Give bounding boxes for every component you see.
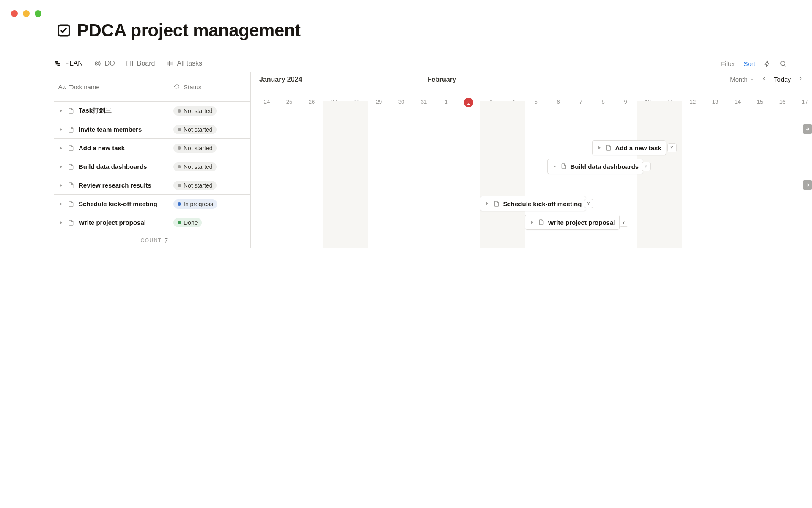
status-text: Not started [184,126,212,133]
today-button[interactable]: Today [774,76,791,83]
task-name: Build data dashboards [79,163,147,170]
timeline-next-button[interactable] [798,76,804,83]
timeline-row [251,120,812,138]
page-icon [538,219,545,226]
table-row[interactable]: Invite team membersNot started [54,120,250,138]
expand-toggle-icon[interactable] [58,164,63,169]
page-title: PDCA project management [57,20,300,41]
filter-button[interactable]: Filter [721,60,735,67]
timeline-scale-dropdown[interactable]: Month [730,76,754,83]
task-name: Add a new task [79,144,125,152]
status-dot-icon [178,146,181,150]
timeline-bar[interactable]: Write project proposal [525,215,620,230]
svg-rect-6 [127,61,133,66]
page-icon [68,108,74,114]
table-row[interactable]: Write project proposalDone [54,213,250,232]
svg-point-15 [175,85,179,89]
status-text: Done [184,219,198,226]
status-badge[interactable]: Done [173,218,202,227]
bar-label: Add a new task [615,144,661,152]
status-badge[interactable]: Not started [173,144,217,153]
task-name: Review research results [79,182,151,189]
timeline-bar[interactable]: Build data dashboards [547,159,644,174]
view-controls: Filter Sort [721,60,787,67]
timeline-rows: Add a new taskYBuild data dashboardsYSch… [251,101,812,232]
table-row[interactable]: Add a new taskNot started [54,138,250,157]
status-column-icon [173,83,180,90]
page-icon [493,200,500,207]
automations-icon[interactable] [764,60,771,67]
column-header-status[interactable]: Status [173,83,202,91]
table-row[interactable]: Task打剑三Not started [54,101,250,120]
view-tabs-bar: PLAN DO Board All tasks Filter Sort [54,55,787,72]
page-icon [68,182,74,189]
minimize-window-icon[interactable] [23,10,30,17]
tab-plan[interactable]: PLAN [54,55,83,72]
svg-point-4 [95,61,100,66]
svg-rect-9 [167,61,173,66]
status-text: Not started [184,163,212,170]
task-rows: Task打剑三Not startedInvite team membersNot… [54,101,250,232]
status-badge[interactable]: Not started [173,125,217,134]
task-list-header: Aa Task name Status [54,72,250,101]
tab-do[interactable]: DO [94,55,115,72]
expand-toggle-icon[interactable] [58,127,63,132]
table-row[interactable]: Build data dashboardsNot started [54,157,250,176]
expand-toggle-icon[interactable] [58,220,63,225]
status-dot-icon [178,165,181,168]
task-name: Write project proposal [79,219,146,226]
tab-all-tasks[interactable]: All tasks [166,55,203,72]
assignee-tag[interactable]: Y [584,199,593,208]
task-name: Invite team members [79,126,142,133]
status-badge[interactable]: Not started [173,181,217,190]
status-badge[interactable]: In progress [173,199,217,209]
timeline-row: Add a new taskY [251,138,812,157]
expand-toggle-icon[interactable] [58,146,63,151]
jump-to-bar-icon[interactable] [803,180,812,190]
expand-toggle-icon[interactable] [552,164,557,169]
page-icon [560,163,567,170]
task-list-panel: Aa Task name Status Task打剑三Not startedIn… [54,72,251,248]
timeline-bar[interactable]: Add a new task [592,140,666,155]
jump-to-bar-icon[interactable] [803,124,812,134]
expand-toggle-icon[interactable] [485,201,490,206]
expand-toggle-icon[interactable] [529,220,535,225]
svg-rect-2 [56,63,60,64]
maximize-window-icon[interactable] [35,10,41,17]
assignee-tag[interactable]: Y [619,218,628,227]
expand-toggle-icon[interactable] [597,145,602,150]
timeline-board: Aa Task name Status Task打剑三Not startedIn… [54,72,812,248]
expand-toggle-icon[interactable] [58,202,63,207]
column-header-label: Status [184,83,202,91]
close-window-icon[interactable] [11,10,18,17]
status-dot-icon [178,202,181,206]
column-header-taskname[interactable]: Aa Task name [58,83,173,91]
search-icon[interactable] [779,60,787,67]
expand-toggle-icon[interactable] [58,108,63,113]
tab-label: All tasks [177,60,203,67]
column-header-label: Task name [69,83,100,91]
assignee-tag[interactable]: Y [667,143,677,152]
status-badge[interactable]: Not started [173,162,217,171]
target-icon [94,60,102,67]
tab-board[interactable]: Board [126,55,155,72]
expand-toggle-icon[interactable] [58,183,63,188]
page-title-text: PDCA project management [77,20,300,41]
timeline-prev-button[interactable] [761,76,767,83]
bar-label: Write project proposal [548,219,615,226]
assignee-tag[interactable]: Y [642,162,651,171]
count-row: COUNT 7 [54,232,250,248]
timeline-bar[interactable]: Schedule kick-off meeting [480,196,587,211]
status-text: Not started [184,182,212,189]
board-icon [126,60,134,67]
page-icon [68,126,74,133]
table-row[interactable]: Review research resultsNot started [54,176,250,194]
table-row[interactable]: Schedule kick-off meetingIn progress [54,194,250,213]
checklist-icon [57,23,71,38]
bar-label: Build data dashboards [571,163,639,170]
sort-button[interactable]: Sort [743,60,755,67]
status-badge[interactable]: Not started [173,106,217,116]
status-dot-icon [178,184,181,187]
status-text: In progress [184,201,213,207]
svg-rect-1 [55,61,58,63]
